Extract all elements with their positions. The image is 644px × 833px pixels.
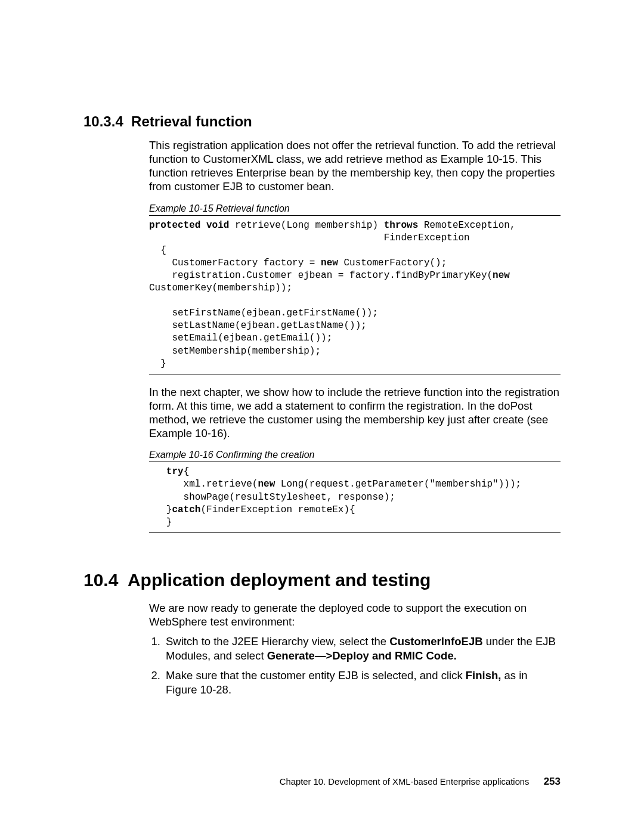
section-title: Application deployment and testing: [128, 570, 431, 590]
page-footer: Chapter 10. Development of XML-based Ent…: [280, 776, 561, 788]
content-indent: We are now ready to generate the deploye…: [149, 601, 561, 697]
step-1: Switch to the J2EE Hierarchy view, selec…: [163, 634, 561, 662]
code-example-16: try{ xml.retrieve(new Long(request.getPa…: [149, 462, 561, 533]
chapter-label: Chapter 10. Development of XML-based Ent…: [280, 777, 530, 786]
section-heading: 10.4 Application deployment and testing: [83, 570, 561, 590]
page: 10.3.4 Retrieval function This registrat…: [0, 0, 644, 833]
code-example-15: protected void retrieve(Long membership)…: [149, 215, 561, 374]
subsection-heading: 10.3.4 Retrieval function: [83, 113, 561, 130]
intro-paragraph: This registration application does not o…: [149, 138, 561, 194]
example-caption: Example 10-16 Confirming the creation: [149, 450, 561, 460]
section-number: 10.4: [83, 570, 118, 590]
section2-intro: We are now ready to generate the deploye…: [149, 601, 561, 628]
paragraph-after-ex15: In the next chapter, we show how to incl…: [149, 385, 561, 441]
step-2: Make sure that the customer entity EJB i…: [163, 668, 561, 696]
page-number: 253: [544, 776, 561, 787]
content-indent: This registration application does not o…: [149, 138, 561, 533]
subsection-number: 10.3.4: [83, 113, 123, 129]
example-caption: Example 10-15 Retrieval function: [149, 203, 561, 214]
subsection-title: Retrieval function: [131, 113, 252, 129]
deployment-steps: Switch to the J2EE Hierarchy view, selec…: [149, 634, 561, 697]
